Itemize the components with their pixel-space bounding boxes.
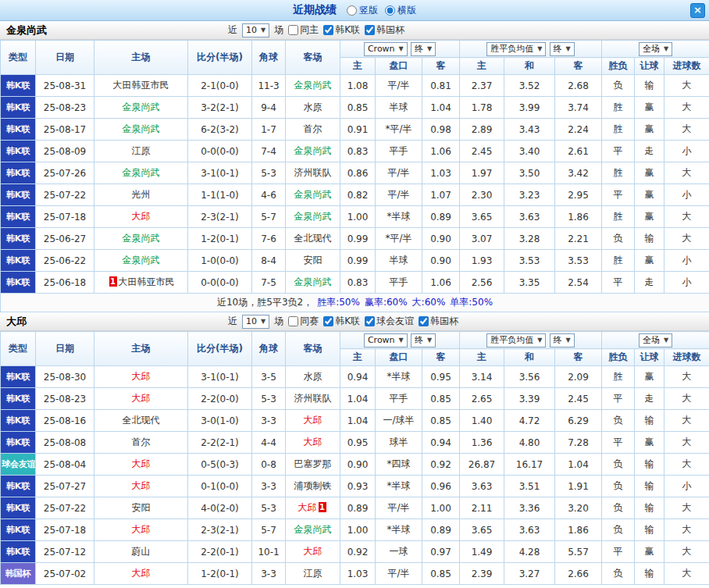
away-team-cell: 大邱1 bbox=[286, 497, 340, 519]
filter-checkbox[interactable] bbox=[323, 316, 333, 326]
table-row: 韩K联 25-07-18 大邱 2-3(2-1) 5-7 金泉尚武 1.00 *… bbox=[1, 519, 709, 541]
ah-away-odds: 0.89 bbox=[422, 519, 460, 541]
date-cell: 25-08-04 bbox=[36, 454, 94, 476]
type-cell: 韩K联 bbox=[1, 432, 36, 454]
ah-odds-group-header: Crown▼ 终▼ bbox=[340, 332, 460, 349]
score-cell: 3-2(2-1) bbox=[188, 97, 252, 119]
table-row: 韩K联 25-06-22 金泉尚武 1-0(0-0) 8-4 安阳 0.99 半… bbox=[1, 250, 709, 272]
europe-odds-select[interactable]: 胜平负均值▼ bbox=[486, 42, 546, 56]
result-wdl-cell: 负 bbox=[602, 410, 635, 432]
ah-away-odds: 1.04 bbox=[422, 97, 460, 119]
eu-away-odds: 2.45 bbox=[555, 388, 602, 410]
team-name: 安阳 bbox=[132, 502, 151, 513]
date-cell: 25-07-18 bbox=[36, 206, 94, 228]
type-cell: 韩K联 bbox=[1, 97, 36, 119]
filter-checkbox[interactable] bbox=[323, 25, 333, 35]
result-handicap-cell: 走 bbox=[635, 141, 664, 162]
home-team-cell: 金泉尚武 bbox=[94, 97, 188, 119]
home-team-cell: 光州 bbox=[94, 184, 188, 206]
filter-option[interactable]: 同赛 bbox=[288, 315, 319, 328]
filter-checkbox[interactable] bbox=[365, 316, 375, 326]
table-row: 韩K联 25-08-16 全北现代 3-0(1-0) 3-3 大邱 1.04 一… bbox=[1, 410, 709, 432]
home-team-cell: 金泉尚武 bbox=[94, 250, 188, 272]
europe-final-select[interactable]: 终▼ bbox=[550, 333, 575, 347]
result-goals-cell: 大 bbox=[664, 206, 709, 228]
home-team-cell: 大邱 bbox=[94, 366, 188, 388]
vertical-radio[interactable] bbox=[347, 5, 357, 16]
filter-checkbox[interactable] bbox=[419, 316, 429, 326]
ah-line-cell: *平/半 bbox=[376, 119, 422, 141]
europe-odds-select[interactable]: 胜平负均值▼ bbox=[486, 333, 546, 347]
ah-away-odds: 0.85 bbox=[422, 563, 460, 585]
ah-home-odds: 1.03 bbox=[340, 563, 376, 585]
result-goals-cell: 大 bbox=[664, 432, 709, 454]
scope-select[interactable]: 全场▼ bbox=[639, 42, 672, 56]
col-header-type: 类型 bbox=[1, 332, 36, 366]
corners-cell: 7-4 bbox=[252, 141, 286, 162]
eu-draw-odds: 4.72 bbox=[504, 410, 555, 432]
team-name: 巴塞罗那 bbox=[294, 458, 332, 469]
filter-option[interactable]: 韩K联 bbox=[323, 315, 360, 328]
ah-away-odds: 0.90 bbox=[422, 228, 460, 250]
chevron-down-icon: ▼ bbox=[261, 316, 265, 327]
table-header-row: 类型 日期 主场 比分(半场) 角球 客场 Crown▼ 终▼ 胜平负均值▼ 终… bbox=[1, 41, 709, 58]
ah-final-select[interactable]: 终▼ bbox=[411, 333, 436, 347]
filter-option[interactable]: 韩国杯 bbox=[419, 315, 458, 328]
close-button[interactable]: × bbox=[690, 3, 705, 18]
team-name: 济州联队 bbox=[294, 167, 332, 178]
team-name: 金泉尚武 bbox=[123, 123, 160, 134]
col-header-handicap: 让球 bbox=[635, 349, 664, 366]
filter-checkbox[interactable] bbox=[288, 316, 298, 326]
recent-count-select[interactable]: 10 ▼ bbox=[242, 315, 269, 329]
team-name: 金泉尚武 bbox=[294, 189, 332, 200]
result-goals-cell: 大 bbox=[664, 366, 709, 388]
scope-select[interactable]: 全场▼ bbox=[639, 333, 672, 347]
filter-checkbox-group: 同赛韩K联球会友谊韩国杯 bbox=[288, 315, 458, 328]
filter-checkbox[interactable] bbox=[365, 25, 375, 35]
filter-checkbox[interactable] bbox=[288, 25, 298, 35]
team-name: 江原 bbox=[304, 568, 322, 579]
home-team-cell: 大邱 bbox=[94, 519, 188, 541]
eu-draw-odds: 3.63 bbox=[504, 206, 555, 228]
result-handicap-cell: 输 bbox=[635, 454, 664, 476]
filter-option[interactable]: 同主 bbox=[288, 23, 319, 37]
filter-option[interactable]: 韩K联 bbox=[323, 23, 360, 37]
bookmaker-select[interactable]: Crown▼ bbox=[364, 42, 408, 56]
score-cell: 0-5(0-3) bbox=[188, 454, 252, 476]
home-team-cell: 金泉尚武 bbox=[94, 162, 188, 184]
corners-cell: 10-1 bbox=[252, 541, 286, 563]
eu-home-odds: 1.97 bbox=[460, 162, 504, 184]
type-cell: 韩K联 bbox=[1, 250, 36, 272]
layout-option-horizontal[interactable]: 横版 bbox=[385, 4, 416, 17]
away-team-cell: 金泉尚武 bbox=[286, 141, 340, 162]
team-name: 大邱 bbox=[304, 415, 322, 426]
score-cell: 0-1(0-0) bbox=[188, 476, 252, 497]
eu-draw-odds: 4.80 bbox=[504, 432, 555, 454]
col-header-handicap: 让球 bbox=[635, 58, 664, 75]
away-team-cell: 金泉尚武 bbox=[286, 75, 340, 97]
ah-final-select[interactable]: 终▼ bbox=[411, 42, 436, 56]
team-name: 大邱 bbox=[132, 458, 151, 469]
filter-option[interactable]: 韩国杯 bbox=[365, 23, 404, 37]
bookmaker-select[interactable]: Crown▼ bbox=[364, 333, 408, 347]
result-handicap-cell: 赢 bbox=[635, 184, 664, 206]
ah-home-odds: 0.86 bbox=[340, 162, 376, 184]
away-team-cell: 金泉尚武 bbox=[286, 206, 340, 228]
score-cell: 2-2(2-1) bbox=[188, 432, 252, 454]
away-team-cell: 济州联队 bbox=[286, 162, 340, 184]
europe-final-select[interactable]: 终▼ bbox=[550, 42, 575, 56]
team-name: 金泉尚武 bbox=[294, 80, 332, 91]
result-wdl-cell: 胜 bbox=[602, 162, 635, 184]
horizontal-radio[interactable] bbox=[385, 5, 395, 16]
ah-away-odds: 1.00 bbox=[422, 497, 460, 519]
eu-draw-odds: 3.40 bbox=[504, 141, 555, 162]
layout-option-vertical[interactable]: 竖版 bbox=[347, 4, 378, 17]
section-header-team1: 金泉尚武 近 10 ▼ 场 同主韩K联韩国杯 bbox=[0, 21, 709, 40]
red-card-badge: 1 bbox=[109, 276, 117, 287]
home-team-cell: 金泉尚武 bbox=[94, 228, 188, 250]
filter-option[interactable]: 球会友谊 bbox=[365, 315, 414, 328]
ah-line-cell: 一/球半 bbox=[376, 410, 422, 432]
matches-table-team1: 类型 日期 主场 比分(半场) 角球 客场 Crown▼ 终▼ 胜平负均值▼ 终… bbox=[0, 40, 709, 312]
table-row: 韩K联 25-08-30 大邱 3-1(0-1) 3-5 水原 0.94 *半球… bbox=[1, 366, 709, 388]
recent-count-select[interactable]: 10 ▼ bbox=[242, 23, 269, 37]
